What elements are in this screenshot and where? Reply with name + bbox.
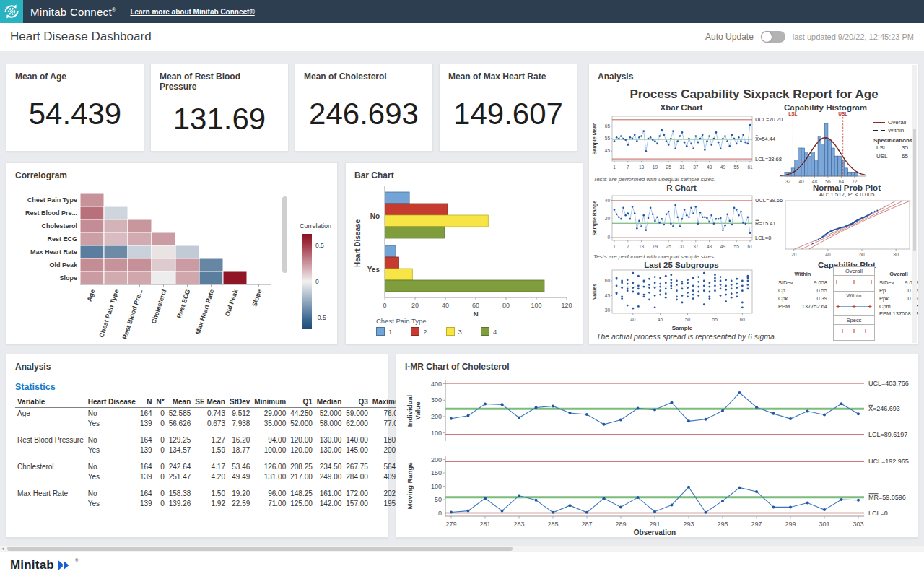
stats-row: Rest Blood PressureNo1640129.251.2716.20… xyxy=(15,435,408,445)
svg-text:120: 120 xyxy=(561,302,572,309)
svg-text:X=246.693: X=246.693 xyxy=(868,405,900,412)
svg-text:13: 13 xyxy=(639,165,645,170)
page-header: Heart Disease Dashboard Auto Update last… xyxy=(0,23,924,51)
footer-brand: Minitab ® xyxy=(10,558,79,573)
specifications-title: Specifications xyxy=(873,137,915,144)
auto-update-toggle[interactable] xyxy=(761,31,785,43)
svg-text:Chest Pain Type: Chest Pain Type xyxy=(27,196,77,204)
svg-text:UCL=39.66: UCL=39.66 xyxy=(755,197,783,204)
minitab-connect-logo-icon[interactable] xyxy=(0,0,23,23)
svg-text:Sample Mean: Sample Mean xyxy=(592,123,598,155)
xbar-note: Tests are performed with unequal sample … xyxy=(593,176,715,183)
learn-more-link[interactable]: Learn more about Minitab Connect® xyxy=(130,8,254,16)
svg-text:300: 300 xyxy=(431,396,442,404)
svg-text:303: 303 xyxy=(853,521,863,528)
kpi-value: 54.439 xyxy=(6,77,144,151)
stats-row: Yes1390134.571.5918.77100.00120.00130.00… xyxy=(15,445,408,455)
svg-text:291: 291 xyxy=(649,521,660,528)
correlogram-chart: Chest Pain TypeRest Blood Pre...Choleste… xyxy=(12,183,333,342)
panel-title: Analysis xyxy=(6,354,388,372)
svg-text:Slope: Slope xyxy=(250,289,263,308)
svg-text:31: 31 xyxy=(679,244,685,249)
svg-text:60: 60 xyxy=(859,252,865,257)
normal-prob-plot-subtitle: AD: 1.517, P: < 0.005 xyxy=(778,191,915,198)
kpi-card-mean-rest-bp: Mean of Rest Blood Pressure 131.69 xyxy=(150,64,289,152)
svg-text:Rest Blood Pre...: Rest Blood Pre... xyxy=(121,289,144,339)
xbar-chart: Sample Mean45556517131925313743495561UCL… xyxy=(590,112,785,178)
overall-legend-label: Overall xyxy=(888,119,906,126)
last25-chart: Values3045604045505560Sample xyxy=(590,267,785,335)
svg-text:100: 100 xyxy=(431,430,442,437)
svg-text:45: 45 xyxy=(605,293,611,298)
page-title: Heart Disease Dashboard xyxy=(10,30,152,44)
capability-within-stats: Within StDev9.058Cp0.55Cpk0.39PPM137752.… xyxy=(778,271,827,310)
svg-text:295: 295 xyxy=(717,521,728,528)
svg-text:Chest Pain Type: Chest Pain Type xyxy=(97,289,120,339)
svg-text:297: 297 xyxy=(751,521,762,528)
svg-text:80: 80 xyxy=(502,302,510,309)
scroll-thumb[interactable] xyxy=(913,129,916,251)
svg-text:Observation: Observation xyxy=(634,528,676,536)
svg-text:0: 0 xyxy=(315,278,319,285)
imr-chart: 100200300400UCL=403.766X=246.693LCL=89.6… xyxy=(401,375,915,539)
svg-text:No: No xyxy=(370,212,380,220)
app-window: Minitab Connect® Learn more about Minita… xyxy=(0,0,924,579)
within-line-swatch xyxy=(873,130,885,131)
svg-text:Cholesterol: Cholesterol xyxy=(150,289,168,325)
svg-text:Individual: Individual xyxy=(406,395,414,427)
minitab-chevron-icon xyxy=(58,560,75,571)
svg-text:55: 55 xyxy=(712,317,718,322)
imr-chart-panel: I-MR Chart of Cholesterol 100200300400UC… xyxy=(396,354,918,538)
svg-text:37: 37 xyxy=(693,165,699,170)
capability-plot-column: OverallWithinSpecs xyxy=(833,266,875,341)
svg-text:MR=59.0596: MR=59.0596 xyxy=(868,494,906,501)
svg-text:Correlation: Correlation xyxy=(300,222,331,230)
svg-text:43: 43 xyxy=(707,244,712,249)
svg-text:285: 285 xyxy=(547,521,558,528)
sp-xbar-svg: Sample Mean45556517131925313743495561UCL… xyxy=(590,112,785,175)
svg-text:40: 40 xyxy=(825,252,831,257)
svg-text:281: 281 xyxy=(479,521,490,528)
capability-histogram-chart: LSLUSL324048566472 xyxy=(775,110,872,193)
sixpack-footnote: The actual process spread is represented… xyxy=(596,332,777,341)
capability-interval-overall xyxy=(834,276,874,288)
footer-brand-text: Minitab xyxy=(10,558,54,573)
svg-text:Sample: Sample xyxy=(672,325,693,331)
svg-text:40: 40 xyxy=(605,198,611,203)
svg-text:1: 1 xyxy=(613,244,616,249)
svg-text:R=15.41: R=15.41 xyxy=(755,220,776,227)
scroll-thumb[interactable] xyxy=(7,547,513,551)
svg-text:299: 299 xyxy=(785,521,796,528)
svg-text:Slope: Slope xyxy=(59,274,77,282)
svg-text:49: 49 xyxy=(720,244,726,249)
svg-text:N: N xyxy=(473,311,478,316)
svg-text:Rest ECG: Rest ECG xyxy=(47,235,77,243)
correlogram-panel: Correlogram Chest Pain TypeRest Blood Pr… xyxy=(6,162,338,344)
topbar: Minitab Connect® Learn more about Minita… xyxy=(0,0,924,23)
brand-registered-mark: ® xyxy=(112,7,116,12)
svg-text:43: 43 xyxy=(707,165,712,170)
r-note: Tests are performed with unequal sample … xyxy=(593,253,715,260)
svg-text:Sample Range: Sample Range xyxy=(592,201,598,235)
legend-item-cpt-4: 4 xyxy=(481,327,497,336)
normal-prob-plot-svg: 20406080 xyxy=(781,199,915,261)
svg-text:25: 25 xyxy=(666,244,672,249)
scroll-left-arrow[interactable]: ◂ xyxy=(1,546,4,552)
svg-text:20: 20 xyxy=(605,216,611,221)
sixpack-scrollbar[interactable] xyxy=(912,65,917,343)
svg-text:=: = xyxy=(756,134,759,138)
svg-text:7: 7 xyxy=(627,244,629,249)
analysis-sixpack-panel: Analysis Process Capability Sixpack Repo… xyxy=(588,64,918,344)
correlogram-svg: Chest Pain TypeRest Blood Pre...Choleste… xyxy=(12,183,333,339)
within-rows: StDev9.058Cp0.55Cpk0.39PPM137752.64 xyxy=(778,279,827,311)
svg-text:45: 45 xyxy=(658,317,663,322)
legend-swatch xyxy=(446,327,455,336)
svg-text:Values: Values xyxy=(592,284,597,300)
panel-title: Analysis xyxy=(589,64,918,82)
svg-text:60: 60 xyxy=(472,302,479,309)
svg-text:200: 200 xyxy=(431,456,442,463)
svg-text:Heart Disease: Heart Disease xyxy=(354,219,362,267)
horizontal-scrollbar[interactable]: ◂ xyxy=(0,546,924,552)
svg-text:40: 40 xyxy=(442,302,449,309)
correlogram-scroll-thumb[interactable] xyxy=(282,196,287,273)
